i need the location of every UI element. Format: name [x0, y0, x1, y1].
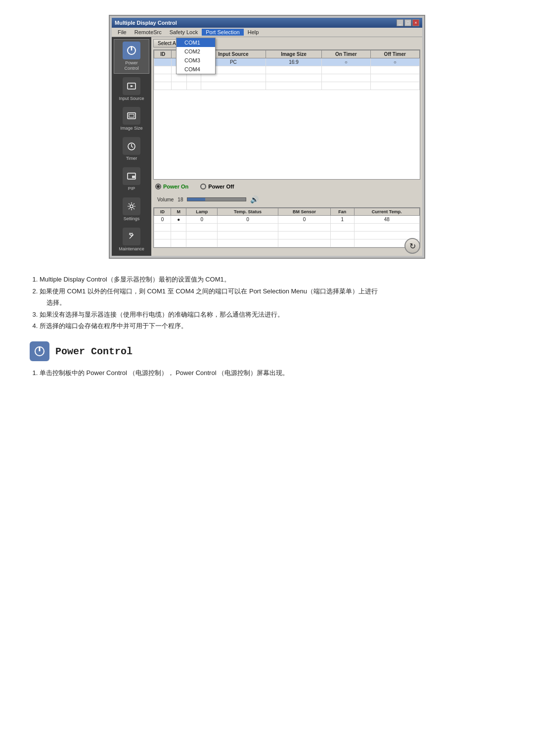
table-row [154, 74, 420, 82]
com4-option[interactable]: COM4 [177, 65, 215, 74]
doc-item-3: 如果没有选择与显示器连接（使用串行电缆）的准确端口名称，那么通信将无法进行。 [40, 309, 504, 320]
power-control-steps: 单击控制板中的 Power Control （电源控制）， Power Cont… [30, 367, 504, 378]
window-title: Multiple Display Control [115, 20, 177, 26]
com3-option[interactable]: COM3 [177, 56, 215, 65]
bottom-table: ID M Lamp Temp. Status BM Sensor Fan Cur… [153, 207, 420, 248]
doc-item-2: 如果使用 COM1 以外的任何端口，则 COM1 至 COM4 之间的端口可以在… [40, 285, 504, 309]
power-off-radio[interactable] [200, 184, 206, 189]
menu-remotesrc[interactable]: RemoteSrc [131, 29, 166, 36]
doc-area: Multiple Display Control（多显示器控制）最初的设置值为 … [30, 274, 504, 331]
status-col-temp-status: Temp. Status [218, 208, 278, 216]
cell-ontimer: ○ [322, 58, 370, 66]
power-on-label: Power On [163, 184, 188, 189]
menu-portselection[interactable]: Port Selection [202, 29, 243, 36]
col-imagesize: Image Size [266, 50, 321, 58]
volume-value: 18 [178, 197, 183, 202]
refresh-button[interactable]: ↻ [404, 238, 420, 254]
image-size-icon [123, 107, 140, 125]
input-source-icon [123, 77, 140, 95]
col-offtimer: Off Timer [370, 50, 420, 58]
volume-icon: 🔊 [250, 195, 259, 203]
section-title: Power Control [55, 346, 133, 357]
power-off-label: Power Off [208, 184, 234, 189]
svg-marker-3 [131, 85, 134, 87]
close-button[interactable]: × [412, 19, 419, 26]
menu-file[interactable]: File [114, 29, 131, 36]
svg-rect-5 [129, 114, 134, 117]
menu-help[interactable]: Help [244, 29, 263, 36]
section-heading: Power Control [30, 341, 504, 361]
doc-item-1: Multiple Display Control（多显示器控制）最初的设置值为 … [40, 274, 504, 285]
sidebar-item-pip[interactable]: PIP [114, 165, 149, 194]
status-col-current-temp: Current Temp. [354, 208, 419, 216]
refresh-area: ↻ [153, 250, 420, 254]
status-row [154, 232, 420, 239]
power-control-label: PowerControl [124, 60, 138, 71]
com2-option[interactable]: COM2 [177, 47, 215, 56]
status-row: 0●000148 [154, 216, 420, 224]
sidebar-item-power-control[interactable]: PowerControl [114, 39, 149, 74]
sidebar: PowerControl Input Source Image Size Tim… [112, 37, 151, 256]
maintenance-icon [123, 228, 140, 245]
power-on-button[interactable]: Power On [155, 184, 188, 189]
power-off-button[interactable]: Power Off [200, 184, 234, 189]
maintenance-label: Maintenance [119, 246, 144, 252]
sidebar-item-settings[interactable]: Settings [114, 195, 149, 224]
window-titlebar: Multiple Display Control _ □ × [112, 18, 422, 28]
power-step-1: 单击控制板中的 Power Control （电源控制）， Power Cont… [40, 367, 504, 378]
status-row [154, 224, 420, 232]
volume-slider[interactable] [187, 197, 246, 201]
port-dropdown-menu: COM1 COM2 COM3 COM4 [176, 38, 216, 74]
power-control-icon [123, 42, 140, 59]
settings-label: Settings [124, 216, 140, 222]
col-id: ID [154, 50, 172, 58]
power-on-radio[interactable] [155, 184, 161, 189]
minimize-button[interactable]: _ [397, 19, 403, 26]
doc-item-4: 所选择的端口会存储在程序中并可用于下一个程序。 [40, 320, 504, 331]
status-col-fan: Fan [331, 208, 354, 216]
status-col-bm-sensor: BM Sensor [278, 208, 330, 216]
svg-rect-10 [132, 176, 135, 178]
sidebar-item-image-size[interactable]: Image Size [114, 104, 149, 134]
svg-point-11 [130, 205, 133, 208]
cell-id [154, 58, 172, 66]
cell-offtimer: ○ [370, 58, 420, 66]
status-table: ID M Lamp Temp. Status BM Sensor Fan Cur… [154, 208, 420, 247]
volume-fill [187, 198, 205, 201]
maximize-button[interactable]: □ [404, 19, 411, 26]
main-area: PowerControl Input Source Image Size Tim… [112, 37, 422, 256]
volume-control: Volume 18 🔊 [153, 193, 420, 205]
pip-label: PIP [128, 186, 135, 191]
svg-rect-4 [128, 113, 135, 119]
volume-label: Volume [157, 197, 174, 202]
status-col-lamp: Lamp [186, 208, 218, 216]
svg-line-8 [132, 146, 133, 147]
timer-label: Timer [126, 156, 137, 161]
sidebar-item-timer[interactable]: Timer [114, 135, 149, 164]
status-col-id: ID [154, 208, 171, 216]
input-source-label: Input Source [119, 96, 144, 101]
section-power-icon [30, 341, 49, 361]
settings-icon [123, 197, 140, 215]
pip-icon [123, 167, 140, 185]
timer-icon [123, 137, 140, 155]
status-col-m: M [171, 208, 186, 216]
window-controls[interactable]: _ □ × [397, 19, 419, 26]
image-size-label: Image Size [120, 126, 142, 131]
sidebar-item-input-source[interactable]: Input Source [114, 75, 149, 104]
col-ontimer: On Timer [322, 50, 370, 58]
status-header-row: ID M Lamp Temp. Status BM Sensor Fan Cur… [154, 208, 420, 216]
power-controls: Power On Power Off [153, 182, 420, 191]
com1-option[interactable]: COM1 [177, 38, 215, 47]
sidebar-item-maintenance[interactable]: Maintenance [114, 225, 149, 254]
table-row [154, 82, 420, 90]
cell-imagesize: 16:9 [266, 58, 321, 66]
status-row [154, 239, 420, 247]
menu-safetylock[interactable]: Safety Lock [166, 29, 202, 36]
menu-bar: File RemoteSrc Safety Lock Port Selectio… [112, 28, 422, 37]
